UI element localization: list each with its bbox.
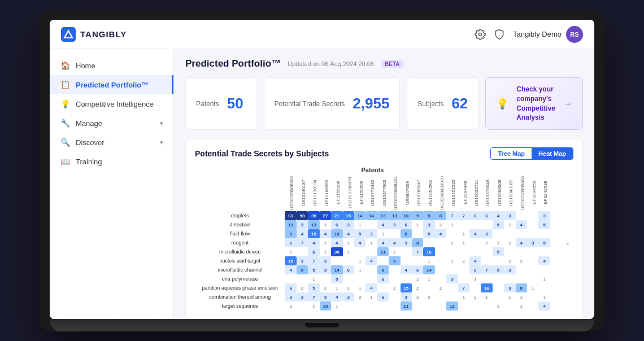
heat-cell bbox=[412, 229, 423, 238]
heat-cell: 9 bbox=[285, 229, 296, 238]
heat-cell: 6 bbox=[469, 265, 481, 274]
user-info[interactable]: Tangibly Demo RS bbox=[513, 26, 583, 43]
heat-cell: 1 bbox=[308, 274, 319, 283]
settings-icon[interactable] bbox=[475, 29, 486, 40]
sidebar-item-home[interactable]: 🏠 Home bbox=[50, 56, 173, 75]
logo-text: TANGIBLY bbox=[80, 29, 127, 39]
heat-cell: 2 bbox=[504, 238, 515, 247]
heat-cell: 8 bbox=[412, 238, 423, 247]
heat-cell: 15 bbox=[308, 229, 319, 238]
trade-secrets-label: Potential Trade Secrets bbox=[275, 100, 345, 108]
sidebar-item-predicted-portfolio[interactable]: 📋 Predicted Portfolio™ bbox=[50, 75, 173, 94]
heat-cell bbox=[343, 256, 354, 265]
table-row: dna polymerase15621311 bbox=[195, 274, 573, 283]
heatmap-button[interactable]: Heat Map bbox=[532, 148, 573, 159]
heat-cell: 11 bbox=[285, 220, 296, 229]
heat-cell: 3 bbox=[297, 292, 308, 301]
heat-cell bbox=[504, 247, 515, 256]
heat-cell bbox=[550, 238, 562, 247]
heat-cell: 13 bbox=[308, 220, 319, 229]
column-header: EP3242538 bbox=[538, 174, 550, 211]
patents-axis-label: Patents bbox=[195, 165, 550, 174]
sidebar-item-manage[interactable]: 🔧 Manage ▾ bbox=[50, 113, 173, 133]
heat-cell: 3 bbox=[285, 292, 296, 301]
chevron-down-icon: ▾ bbox=[160, 120, 163, 127]
heat-cell: 5 bbox=[308, 283, 319, 292]
shield-icon[interactable] bbox=[494, 29, 505, 40]
heat-cell bbox=[504, 301, 515, 311]
heat-cell bbox=[365, 220, 377, 229]
heat-cell bbox=[527, 220, 538, 229]
heat-cell: 4 bbox=[389, 238, 400, 247]
column-header: US10451535 bbox=[446, 174, 458, 211]
heat-cell: 16 bbox=[423, 247, 434, 256]
heat-cell bbox=[389, 301, 400, 311]
heat-cell bbox=[343, 301, 354, 311]
home-icon: 🏠 bbox=[60, 61, 70, 70]
table-row: nucleic acid target153731491124224 bbox=[195, 256, 573, 265]
heat-cell bbox=[527, 256, 538, 265]
treemap-button[interactable]: Tree Map bbox=[491, 148, 532, 159]
heatmap-container: PatentsUS20220008928US10240187US11130134… bbox=[195, 165, 573, 311]
heat-cell bbox=[516, 229, 527, 238]
heat-cell: 1 bbox=[343, 247, 354, 256]
heat-cell: 1 bbox=[320, 238, 331, 247]
heat-cell: 3 bbox=[343, 292, 354, 301]
heat-cell: 6 bbox=[469, 211, 481, 220]
heat-cell: 1 bbox=[504, 292, 515, 301]
row-header: combination thereof among bbox=[195, 292, 285, 301]
heat-cell: 1 bbox=[446, 220, 458, 229]
heat-cell: 3 bbox=[446, 274, 458, 283]
heat-cell: 1 bbox=[423, 256, 434, 265]
heat-cell bbox=[320, 274, 331, 283]
heat-cell bbox=[446, 283, 458, 292]
column-header: US9847059 bbox=[401, 174, 412, 211]
heat-cell: 1 bbox=[285, 247, 296, 256]
heat-cell: 4 bbox=[435, 229, 446, 238]
page-header: Predicted Portfolio™ Updated on 06.Aug.2… bbox=[185, 58, 583, 69]
heat-cell bbox=[469, 283, 481, 292]
heat-cell: 11 bbox=[401, 301, 412, 311]
sidebar-item-competitive-intelligence[interactable]: 💡 Competitive Intelligence bbox=[50, 94, 173, 113]
heat-cell: 6 bbox=[481, 211, 492, 220]
heat-cell bbox=[377, 256, 389, 265]
heat-cell: 2 bbox=[481, 238, 492, 247]
subjects-stat: Subjects 62 bbox=[407, 77, 478, 130]
column-header: US10677603 bbox=[377, 174, 389, 211]
heat-cell: 13 bbox=[377, 211, 389, 220]
heat-cell: 1 bbox=[343, 238, 354, 247]
heat-cell: 2 bbox=[412, 274, 423, 283]
heat-cell: 4 bbox=[285, 265, 296, 274]
heat-cell: 14 bbox=[423, 265, 434, 274]
heat-cell bbox=[435, 292, 446, 301]
heat-cell: 1 bbox=[458, 229, 469, 238]
heat-cell: 7 bbox=[412, 247, 423, 256]
heat-cell: 8 bbox=[516, 283, 527, 292]
heat-cell bbox=[412, 256, 423, 265]
column-header: US11168353 bbox=[320, 174, 331, 211]
logo-icon bbox=[61, 27, 76, 42]
promo-card[interactable]: 💡 Check your company's Competitive Analy… bbox=[485, 77, 583, 130]
row-header: partition aqueous phase emulsion bbox=[195, 283, 285, 292]
heat-cell bbox=[377, 301, 389, 311]
heat-cell bbox=[446, 292, 458, 301]
heat-cell: 30 bbox=[331, 247, 342, 256]
heat-cell: 3 bbox=[320, 256, 331, 265]
sidebar-item-discover[interactable]: 🔍 Discover ▾ bbox=[50, 133, 173, 152]
heat-cell: 16 bbox=[481, 283, 492, 292]
sidebar-item-training[interactable]: 📖 Training bbox=[50, 152, 173, 171]
heat-cell bbox=[481, 301, 492, 311]
heat-cell bbox=[458, 274, 469, 283]
heat-cell: 2 bbox=[458, 256, 469, 265]
heat-cell: 6 bbox=[343, 265, 354, 274]
column-header: US20220008928 bbox=[285, 174, 296, 211]
heat-cell bbox=[527, 274, 538, 283]
heat-cell bbox=[516, 247, 527, 256]
heat-cell bbox=[389, 265, 400, 274]
heat-cell: 4 bbox=[354, 238, 365, 247]
heat-cell: 15 bbox=[401, 283, 412, 292]
page-updated: Updated on 06.Aug.2024 20:08 bbox=[288, 60, 374, 67]
heat-cell: 4 bbox=[469, 229, 481, 238]
column-header: US10772432 bbox=[365, 174, 377, 211]
heat-cell bbox=[412, 301, 423, 311]
